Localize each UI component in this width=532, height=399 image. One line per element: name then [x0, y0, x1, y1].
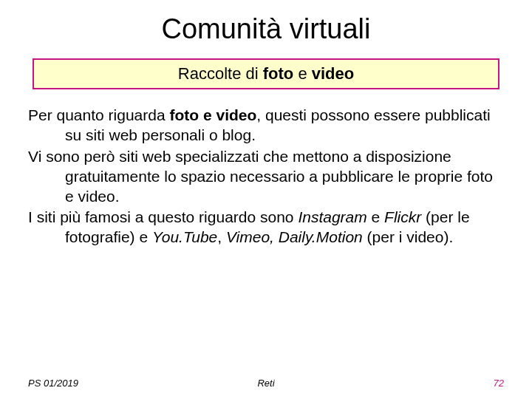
p3-g: ,	[217, 228, 226, 245]
subtitle-box: Raccolte di foto e video	[33, 58, 499, 89]
p3-a: I siti più famosi a questo riguardo sono	[28, 208, 298, 225]
subtitle-text-pre: Raccolte di	[178, 64, 263, 83]
footer-topic: Reti	[257, 378, 274, 389]
p3-d: Flickr	[384, 208, 421, 225]
slide-title: Comunità virtuali	[28, 13, 504, 45]
p1-b: foto e video	[169, 106, 256, 123]
subtitle: Raccolte di foto e video	[34, 64, 498, 83]
p3-h: Vimeo, Daily.Motion	[226, 228, 363, 245]
p1-a: Per quanto riguarda	[28, 106, 169, 123]
subtitle-text-mid: e	[293, 64, 311, 83]
footer-date: PS 01/2019	[28, 378, 78, 389]
p3-b: Instagram	[298, 208, 366, 225]
p3-c: e	[367, 208, 384, 225]
paragraph-2: Vi sono però siti web specializzati che …	[28, 147, 504, 207]
subtitle-bold-2: video	[312, 64, 354, 83]
body-text: Per quanto riguarda foto e video, questi…	[28, 106, 504, 248]
page-number: 72	[494, 378, 504, 389]
paragraph-3: I siti più famosi a questo riguardo sono…	[28, 208, 504, 248]
paragraph-1: Per quanto riguarda foto e video, questi…	[28, 106, 504, 146]
p3-f: You.Tube	[152, 228, 217, 245]
slide: Comunità virtuali Raccolte di foto e vid…	[0, 0, 532, 399]
subtitle-bold-1: foto	[263, 64, 294, 83]
p3-i: (per i video).	[363, 228, 454, 245]
footer: PS 01/2019 Reti 72	[28, 378, 504, 389]
